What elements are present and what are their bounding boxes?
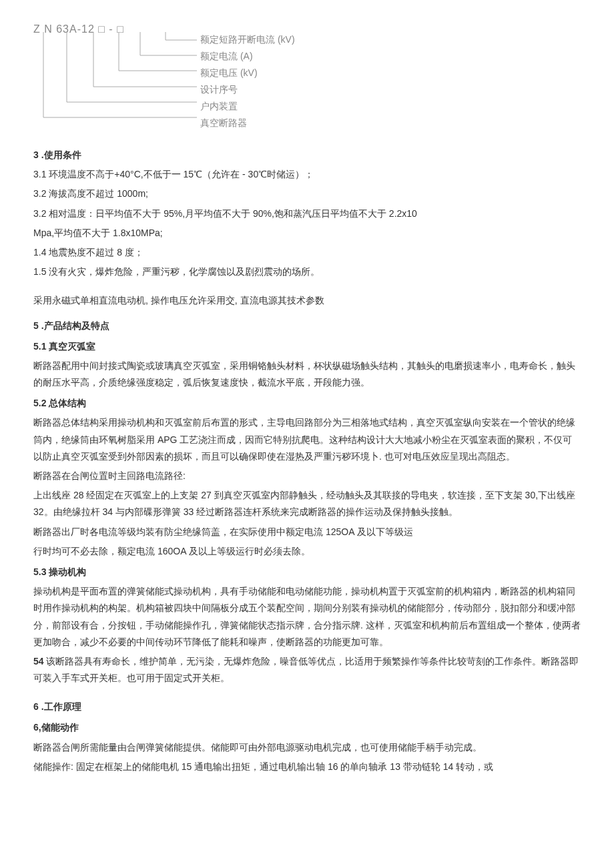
s3-line-4: Mpa,平均值不大于 1.8x10MPa; (33, 225, 581, 242)
section-5-2-p1: 断路器总体结构采用操动机构和灭弧室前后布置的形式，主导电回路部分为三相落地式结构… (33, 414, 581, 465)
label-design-seq: 设计序号 (200, 85, 295, 94)
section-5-2-p4: 断路器出厂时各电流等级均装有防尘绝缘筒盖，在实际使用中额定电流 125OA 及以… (33, 524, 581, 540)
label-indoor: 户内装置 (200, 101, 295, 111)
section-5-2-p3: 上出线座 28 经固定在灭弧室上的上支架 27 到真空灭弧室内部静触头，经动触头… (33, 487, 581, 520)
p2-prefix: 54 (33, 656, 46, 667)
section-6-sub: 6,储能动作 (33, 719, 581, 736)
s3-line-1: 3.1 环境温度不高于+40°C,不低于一 15℃（允许在 - 30℃时储运）； (33, 166, 581, 183)
s3-line-3: 3.2 相对温度：日平均值不大于 95%,月平均值不大于 90%,饱和蒸汽压日平… (33, 205, 581, 222)
section-5-3-p1: 操动机构是平面布置的弹簧储能式操动机构，具有手动储能和电动储能功能，操动机构置于… (33, 583, 581, 650)
motor-paragraph: 采用永磁式单相直流电动机, 操作电压允许采用交, 直流电源其技术参数 (33, 292, 581, 309)
s3-line-2: 3.2 海拔高度不超过 1000m; (33, 185, 581, 202)
section-5-1-title: 5.1 真空灭弧室 (33, 338, 581, 355)
diagram-labels: 额定短路开断电流 (kV) 额定电流 (A) 额定电压 (kV) 设计序号 户内… (200, 35, 295, 135)
model-code-diagram: Z N 63A-12 □ - □ 额定短路开断电流 (kV) 额定电流 (A) … (33, 20, 581, 133)
section-5-2-p2: 断路器在合闸位置时主回路电流路径: (33, 468, 581, 484)
section-3-title: 3 .使用条件 (33, 147, 581, 163)
s3-line-6: 1.5 没有火灾，爆炸危险，严重污秽，化学腐蚀以及剧烈震动的场所。 (33, 264, 581, 280)
section-5-3-p2: 54 该断路器具有寿命长，维护简单，无污染，无爆炸危险，噪音低等优点，比适用于频… (33, 653, 581, 687)
section-6-p2: 储能操作: 固定在框架上的储能电机 15 通电输出扭矩，通过电机输出轴 16 的… (33, 759, 581, 775)
section-5-title: 5 .产品结构及特点 (33, 318, 581, 334)
label-breaking-current: 额定短路开断电流 (kV) (200, 35, 295, 44)
s3-line-5: 1.4 地震热度不超过 8 度； (33, 244, 581, 261)
section-5-3-title: 5.3 操动机构 (33, 564, 581, 580)
section-5-1-body: 断路器配用中间封接式陶瓷或玻璃真空灭弧室，采用铜铬触头材料，杯状纵磁场触头结构，… (33, 358, 581, 391)
section-6-title: 6 .工作原理 (33, 699, 581, 715)
label-rated-current: 额定电流 (A) (200, 51, 295, 61)
label-vacuum-breaker: 真空断路器 (200, 118, 295, 127)
section-5-2-p5: 行时均可不必去除，额定电流 160OA 及以上等级运行时必须去除。 (33, 543, 581, 560)
section-6-p1: 断路器合闸所需能量由合闸弹簧储能提供。储能即可由外部电源驱动电机完成，也可使用储… (33, 739, 581, 756)
label-rated-voltage: 额定电压 (kV) (200, 68, 295, 77)
p2-body: 该断路器具有寿命长，维护简单，无污染，无爆炸危险，噪音低等优点，比适用于频繁操作… (33, 656, 579, 683)
bracket-lines (33, 32, 200, 139)
section-5-2-title: 5.2 总体结构 (33, 395, 581, 412)
